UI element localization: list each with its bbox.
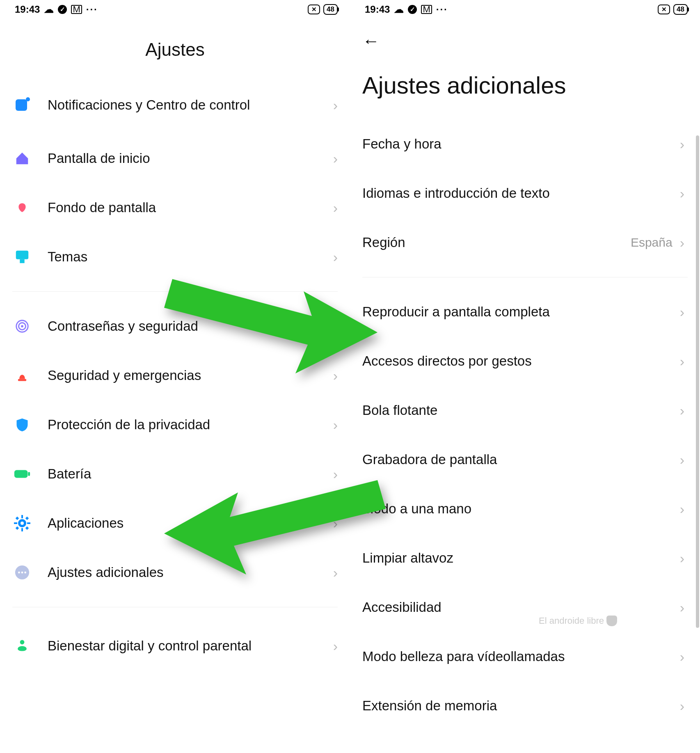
- item-one-hand[interactable]: Modo a una mano ›: [362, 484, 688, 533]
- settings-item-passwords[interactable]: Contraseñas y seguridad ›: [12, 302, 338, 351]
- close-box-icon: ✕: [658, 5, 670, 14]
- close-box-icon: ✕: [308, 5, 320, 14]
- status-time: 19:43: [365, 4, 390, 15]
- svg-rect-16: [25, 517, 29, 520]
- row-label: Grabadora de pantalla: [362, 451, 680, 468]
- svg-point-22: [21, 572, 23, 574]
- scrollbar[interactable]: [696, 135, 699, 628]
- divider: [12, 607, 338, 607]
- svg-rect-0: [16, 99, 27, 111]
- settings-item-notifications[interactable]: Notificaciones y Centro de control ›: [12, 76, 338, 134]
- fingerprint-icon: [12, 316, 32, 336]
- more-circle-icon: [12, 563, 32, 582]
- divider: [12, 291, 338, 292]
- additional-settings-list: Fecha y hora › Idiomas e introducción de…: [350, 119, 700, 730]
- row-label: Bola flotante: [362, 402, 680, 419]
- row-label: Modo belleza para vídeollamadas: [362, 648, 680, 665]
- check-icon: ✓: [58, 5, 67, 14]
- chevron-right-icon: ›: [680, 235, 684, 251]
- chevron-right-icon: ›: [680, 649, 684, 665]
- wallpaper-icon: [12, 198, 32, 217]
- svg-rect-11: [21, 515, 23, 518]
- item-region[interactable]: Región España ›: [362, 218, 688, 267]
- region-value: España: [631, 236, 673, 249]
- settings-item-battery[interactable]: Batería ›: [12, 449, 338, 499]
- chevron-right-icon: ›: [333, 97, 338, 113]
- cloud-icon: ☁: [44, 4, 54, 15]
- more-icon: ···: [436, 4, 448, 15]
- gear-icon: [12, 513, 32, 533]
- row-label: Batería: [48, 465, 333, 482]
- cloud-icon: ☁: [394, 4, 404, 15]
- item-languages[interactable]: Idiomas e introducción de texto ›: [362, 169, 688, 218]
- item-beauty-mode[interactable]: Modo belleza para vídeollamadas ›: [362, 632, 688, 681]
- chevron-right-icon: ›: [333, 249, 338, 265]
- row-label: Limpiar altavoz: [362, 549, 680, 566]
- back-button[interactable]: ←: [362, 31, 380, 51]
- row-label: Accesos directos por gestos: [362, 352, 680, 369]
- chevron-right-icon: ›: [333, 565, 338, 581]
- chevron-right-icon: ›: [333, 200, 338, 216]
- row-label: Protección de la privacidad: [48, 416, 333, 433]
- battery-pill-icon: [12, 464, 32, 484]
- item-gestures[interactable]: Accesos directos por gestos ›: [362, 336, 688, 386]
- item-date-time[interactable]: Fecha y hora ›: [362, 119, 688, 169]
- settings-main-screen: 19:43 ☁ ✓ M ··· ✕ 48 Ajustes Notificacio…: [0, 0, 350, 753]
- row-label: Región: [362, 234, 631, 251]
- svg-rect-17: [16, 526, 19, 530]
- svg-rect-2: [16, 251, 28, 259]
- battery-icon: 48: [673, 4, 688, 15]
- item-screen-recorder[interactable]: Grabadora de pantalla ›: [362, 435, 688, 484]
- settings-item-privacy[interactable]: Protección de la privacidad ›: [12, 400, 338, 449]
- item-floating-ball[interactable]: Bola flotante ›: [362, 386, 688, 435]
- check-icon: ✓: [408, 5, 417, 14]
- svg-point-6: [21, 325, 23, 327]
- settings-item-apps[interactable]: Aplicaciones ›: [12, 499, 338, 548]
- row-label: Fecha y hora: [362, 135, 680, 152]
- additional-settings-screen: 19:43 ☁ ✓ M ··· ✕ 48 ← Ajustes adicional…: [350, 0, 700, 753]
- android-icon: [606, 616, 617, 626]
- svg-rect-18: [25, 526, 29, 530]
- status-bar: 19:43 ☁ ✓ M ··· ✕ 48: [0, 0, 350, 19]
- home-icon: [12, 149, 32, 168]
- row-label: Pantalla de inicio: [48, 150, 333, 167]
- chevron-right-icon: ›: [333, 151, 338, 167]
- row-label: Bienestar digital y control parental: [48, 637, 333, 654]
- svg-rect-8: [14, 470, 27, 478]
- row-label: Fondo de pantalla: [48, 199, 333, 216]
- themes-icon: [12, 247, 32, 267]
- row-label: Extensión de memoria: [362, 697, 680, 714]
- shield-icon: [12, 415, 32, 435]
- wellbeing-icon: [12, 636, 32, 656]
- chevron-right-icon: ›: [333, 318, 338, 334]
- chevron-right-icon: ›: [680, 550, 684, 566]
- chevron-right-icon: ›: [680, 304, 684, 320]
- battery-icon: 48: [323, 4, 338, 15]
- chevron-right-icon: ›: [333, 638, 338, 654]
- settings-item-home[interactable]: Pantalla de inicio ›: [12, 134, 338, 183]
- settings-item-wallpaper[interactable]: Fondo de pantalla ›: [12, 183, 338, 232]
- svg-rect-9: [28, 472, 30, 476]
- row-label: Contraseñas y seguridad: [48, 318, 333, 334]
- page-title: Ajustes adicionales: [350, 51, 700, 119]
- notifications-icon: [12, 95, 32, 115]
- chevron-right-icon: ›: [680, 185, 684, 201]
- svg-rect-14: [27, 522, 30, 524]
- item-memory-extension[interactable]: Extensión de memoria ›: [362, 681, 688, 730]
- page-title: Ajustes: [0, 39, 350, 60]
- settings-item-wellbeing[interactable]: Bienestar digital y control parental ›: [12, 617, 338, 675]
- row-label: Modo a una mano: [362, 500, 680, 517]
- item-accessibility[interactable]: Accesibilidad ›: [362, 583, 688, 632]
- settings-item-emergency[interactable]: Seguridad y emergencias ›: [12, 351, 338, 400]
- chevron-right-icon: ›: [333, 417, 338, 433]
- row-label: Accesibilidad: [362, 599, 680, 616]
- settings-item-additional[interactable]: Ajustes adicionales ›: [12, 548, 338, 597]
- item-fullscreen[interactable]: Reproducir a pantalla completa ›: [362, 287, 688, 336]
- chevron-right-icon: ›: [680, 698, 684, 714]
- item-clean-speaker[interactable]: Limpiar altavoz ›: [362, 533, 688, 583]
- gmail-icon: M: [71, 5, 82, 14]
- svg-point-24: [20, 640, 25, 645]
- row-label: Seguridad y emergencias: [48, 367, 333, 384]
- row-label: Ajustes adicionales: [48, 564, 333, 581]
- settings-item-themes[interactable]: Temas ›: [12, 232, 338, 282]
